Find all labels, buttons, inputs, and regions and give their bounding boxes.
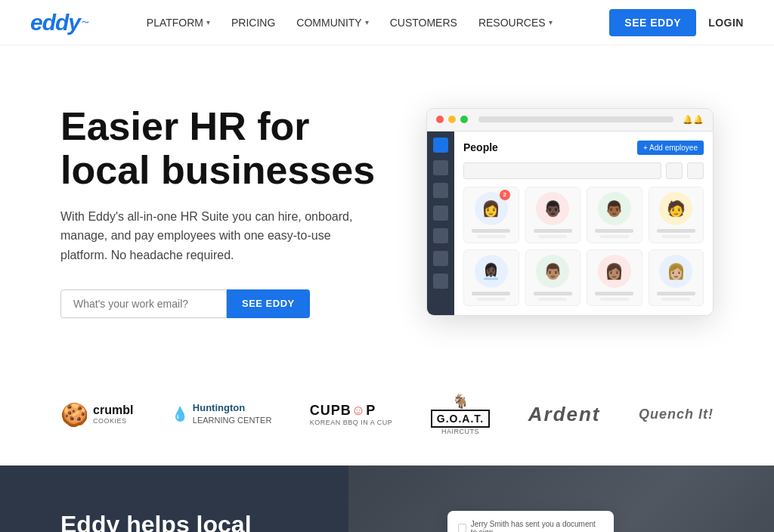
- logo[interactable]: eddy 〜: [30, 10, 89, 36]
- role-line: [600, 298, 629, 301]
- platform-caret: ▾: [206, 18, 210, 26]
- hero-cta-button[interactable]: SEE EDDY: [227, 289, 310, 318]
- avatar-badge: 2: [500, 190, 510, 200]
- crumbl-sub: cookies: [93, 417, 133, 425]
- avatar: 👩🏽: [598, 255, 631, 288]
- name-line: [595, 229, 633, 233]
- nav-see-eddy-button[interactable]: SEE EDDY: [609, 9, 696, 36]
- role-line: [477, 298, 506, 301]
- community-caret: ▾: [365, 18, 369, 26]
- logo-smile: 〜: [82, 17, 89, 28]
- role-line: [661, 235, 690, 238]
- sidebar-icon-2[interactable]: [433, 183, 448, 198]
- person-card[interactable]: 👩🏿‍💼: [463, 249, 519, 306]
- logo-huntington: 💧 HuntingtonLEARNING CENTER: [172, 402, 272, 425]
- nav-resources[interactable]: RESOURCES ▾: [478, 17, 553, 29]
- app-sidebar: [427, 131, 454, 315]
- logos-section: 🍪 crumbl cookies 💧 HuntingtonLEARNING CE…: [0, 363, 774, 466]
- role-line: [477, 235, 506, 238]
- role-line: [538, 235, 567, 238]
- dark-right-content: Jerry Smith has sent you a document to s…: [348, 511, 714, 532]
- cupbop-name: CUPB☺P: [310, 403, 393, 419]
- hero-title: Easier HR for local businesses: [60, 105, 378, 191]
- nav-right: SEE EDDY LOGIN: [609, 9, 744, 36]
- dark-section: Eddy helps local businesses: 👥 Hire reli…: [0, 466, 774, 532]
- brand-name: eddy: [30, 10, 80, 36]
- avatar: 👨🏽: [536, 255, 569, 288]
- people-grid: 👩 2 👨🏿 👨🏾: [463, 187, 704, 306]
- people-search[interactable]: [463, 162, 661, 179]
- logo-goat: 🐐 G.O.A.T. HAIRCUTS: [431, 393, 490, 435]
- crumbl-name: crumbl: [93, 404, 133, 417]
- app-search-row: [463, 162, 704, 179]
- crumbl-icon: 🍪: [60, 401, 88, 428]
- checkbox-icon: [458, 524, 466, 532]
- person-card[interactable]: 🧑: [649, 187, 704, 243]
- grid-view-button[interactable]: [687, 162, 704, 179]
- avatar: 🧑: [659, 192, 692, 225]
- app-header-row: People + Add employee: [463, 141, 704, 155]
- avatar: 👨🏾: [598, 192, 631, 225]
- notif-bells: 🔔🔔: [683, 115, 704, 125]
- url-bar: [478, 116, 673, 122]
- hero-app-screenshot: 🔔🔔 People + Add employee: [426, 108, 714, 316]
- navigation: eddy 〜 PLATFORM ▾ PRICING COMMUNITY ▾ CU…: [0, 0, 774, 45]
- window-minimize-dot: [448, 116, 456, 123]
- sidebar-icon-1[interactable]: [433, 160, 448, 175]
- nav-community[interactable]: COMMUNITY ▾: [296, 17, 368, 29]
- avatar: 👩🏼: [659, 255, 692, 288]
- nav-pricing[interactable]: PRICING: [231, 17, 275, 29]
- app-window: 🔔🔔 People + Add employee: [426, 108, 714, 316]
- logo-quenchit: Quench It!: [639, 407, 714, 422]
- nav-login-button[interactable]: LOGIN: [708, 17, 744, 29]
- huntington-name: HuntingtonLEARNING CENTER: [193, 402, 272, 425]
- add-employee-button[interactable]: + Add employee: [637, 141, 704, 155]
- role-line: [661, 298, 690, 301]
- nav-links: PLATFORM ▾ PRICING COMMUNITY ▾ CUSTOMERS…: [147, 17, 553, 29]
- window-close-dot: [436, 116, 444, 123]
- quenchit-name: Quench It!: [639, 407, 714, 422]
- people-section-title: People: [463, 141, 498, 153]
- person-card[interactable]: 👨🏽: [525, 249, 581, 306]
- sidebar-people-icon[interactable]: [433, 138, 448, 153]
- hero-subtitle: With Eddy's all-in-one HR Suite you can …: [60, 207, 378, 265]
- sidebar-icon-6[interactable]: [433, 274, 448, 289]
- person-card[interactable]: 👩🏽: [587, 249, 642, 306]
- document-notification: Jerry Smith has sent you a document to s…: [447, 511, 614, 532]
- app-titlebar: 🔔🔔: [427, 109, 713, 131]
- hero-left: Easier HR for local businesses With Eddy…: [60, 105, 378, 317]
- avatar: 👩🏿‍💼: [475, 255, 508, 288]
- email-input[interactable]: [60, 289, 227, 318]
- app-body: People + Add employee 👩 2: [427, 131, 713, 315]
- sidebar-icon-5[interactable]: [433, 251, 448, 266]
- logo-crumbl: 🍪 crumbl cookies: [60, 401, 133, 428]
- notif-sender-text: Jerry Smith has sent you a document to s…: [458, 520, 603, 532]
- person-card[interactable]: 👨🏿: [525, 187, 581, 243]
- logo-ardent: Ardent: [528, 403, 601, 426]
- name-line: [595, 292, 633, 295]
- huntington-icon: 💧: [172, 406, 188, 422]
- logo-cupbop: CUPB☺P KOREAN BBQ IN A CUP: [310, 403, 393, 426]
- name-line: [472, 229, 510, 233]
- nav-platform[interactable]: PLATFORM ▾: [147, 17, 210, 29]
- name-line: [534, 229, 572, 233]
- role-line: [600, 235, 629, 238]
- person-card[interactable]: 👩🏼: [649, 249, 704, 306]
- list-view-button[interactable]: [666, 162, 683, 179]
- avatar: 👨🏿: [536, 192, 569, 225]
- nav-customers[interactable]: CUSTOMERS: [390, 17, 457, 29]
- person-card[interactable]: 👩 2: [463, 187, 519, 243]
- window-expand-dot: [460, 116, 468, 123]
- sidebar-icon-3[interactable]: [433, 206, 448, 221]
- name-line: [657, 229, 695, 233]
- name-line: [534, 292, 572, 295]
- name-line: [472, 292, 510, 295]
- person-card[interactable]: 👨🏾: [587, 187, 642, 243]
- resources-caret: ▾: [549, 18, 553, 26]
- sidebar-icon-4[interactable]: [433, 228, 448, 243]
- goat-sub: HAIRCUTS: [431, 428, 490, 435]
- avatar-wrap: 👩 2: [475, 192, 508, 229]
- hero-section: Easier HR for local businesses With Eddy…: [0, 45, 774, 363]
- name-line: [657, 292, 695, 295]
- app-main: People + Add employee 👩 2: [454, 131, 713, 315]
